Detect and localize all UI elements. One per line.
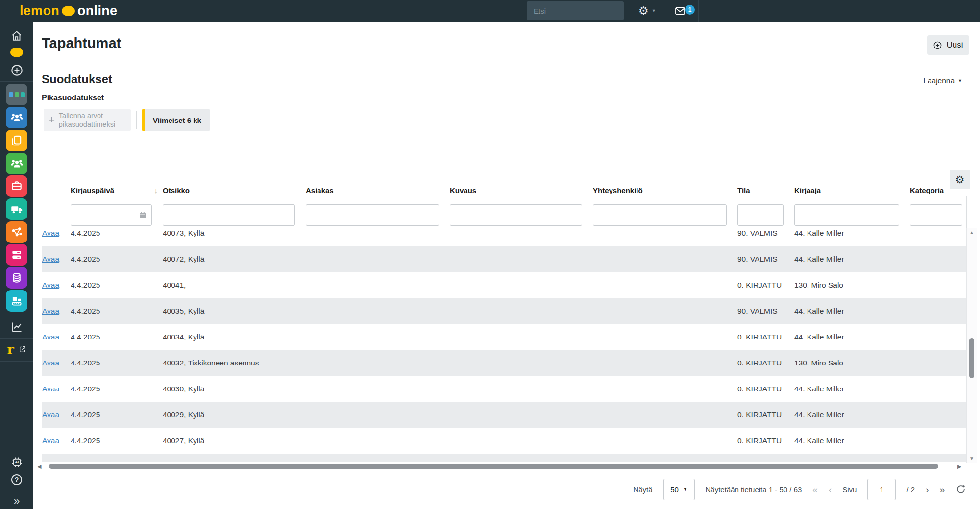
ai-chip-icon: AI	[10, 456, 24, 469]
sidebar-app-users-blue[interactable]	[0, 107, 33, 128]
filter-description-input[interactable]	[450, 204, 582, 226]
scroll-left-icon[interactable]: ◀	[37, 463, 41, 470]
column-header-link[interactable]: Kategoria	[910, 186, 944, 194]
last-page-button[interactable]: »	[939, 485, 945, 494]
filter-yhteyshenkilo	[593, 204, 737, 226]
sidebar-divider	[0, 316, 33, 316]
app-window: lemon online ⚙ ▼ 1 ▼	[0, 0, 980, 509]
sidebar-app-users-green[interactable]	[0, 153, 33, 174]
cell-status: 90. VALMIS	[737, 255, 794, 264]
cell-status: 0. KIRJATTU	[737, 436, 794, 445]
cell-title: 40034, Kyllä	[163, 333, 306, 341]
filter-customer-input[interactable]	[306, 204, 439, 226]
scroll-right-icon[interactable]: ▶	[957, 463, 961, 470]
filter-otsikko	[163, 204, 306, 226]
settings-menu-button[interactable]: ⚙ ▼	[638, 0, 656, 22]
sidebar-item-home[interactable]	[0, 27, 33, 44]
sidebar-app-finance[interactable]	[0, 267, 33, 289]
horizontal-scrollbar-thumb[interactable]	[49, 464, 938, 469]
scroll-down-icon[interactable]: ▼	[967, 456, 977, 461]
open-row-link[interactable]: Avaa	[42, 229, 71, 238]
sidebar-divider	[0, 491, 33, 491]
sidebar-app-servers[interactable]	[0, 244, 33, 266]
sidebar-app-products[interactable]	[0, 290, 33, 312]
open-row-link[interactable]: Avaa	[42, 333, 71, 341]
expand-label: Laajenna	[923, 76, 955, 85]
page-size-select[interactable]: 50 ▼	[663, 479, 695, 500]
cell-recorder: 44. Kalle Miller	[794, 229, 910, 238]
filters-heading: Suodatukset	[42, 73, 112, 86]
page-title: Tapahtumat	[42, 35, 121, 51]
refresh-button[interactable]	[956, 484, 966, 495]
sidebar-item-reports[interactable]	[0, 318, 33, 335]
sidebar-app-logistics[interactable]	[0, 198, 33, 220]
column-header-link[interactable]: Asiakas	[306, 186, 334, 194]
cell-date: 4.4.2025	[71, 229, 163, 238]
open-row-link[interactable]: Avaa	[42, 385, 71, 393]
plus-circle-icon	[933, 41, 942, 50]
column-header-link[interactable]: Otsikko	[163, 186, 190, 194]
column-header-link[interactable]: Yhteyshenkilö	[593, 186, 643, 194]
sidebar-item-help[interactable]: ?	[0, 471, 33, 488]
open-row-link[interactable]: Avaa	[42, 281, 71, 290]
filter-status-input[interactable]	[737, 204, 784, 226]
page-label: Sivu	[842, 485, 857, 494]
next-page-button[interactable]: ›	[926, 485, 929, 494]
page-number-input[interactable]	[867, 479, 896, 500]
open-row-link[interactable]: Avaa	[42, 411, 71, 419]
double-chevron-right-icon: »	[14, 495, 20, 508]
sidebar-app-active[interactable]	[0, 84, 33, 105]
table-row	[42, 454, 966, 462]
gear-icon: ⚙	[956, 174, 965, 185]
topbar-divider	[630, 0, 630, 22]
column-header-link[interactable]: Tila	[737, 186, 750, 194]
calendar-icon[interactable]	[138, 211, 147, 219]
documents-amber-icon	[6, 130, 27, 151]
search-input[interactable]	[527, 1, 624, 20]
chevron-down-icon: ▼	[958, 78, 962, 83]
cell-date: 4.4.2025	[71, 411, 163, 419]
svg-text:AI: AI	[15, 460, 19, 464]
filter-title-input[interactable]	[163, 204, 295, 226]
filter-recorder-input[interactable]	[794, 204, 899, 226]
cell-title: 40041,	[163, 281, 306, 290]
column-header-link[interactable]: Kuvaus	[450, 186, 476, 194]
quick-filter-last-6-months[interactable]: Viimeiset 6 kk	[142, 109, 210, 131]
cell-date: 4.4.2025	[71, 385, 163, 393]
cell-title: 40073, Kyllä	[163, 229, 306, 238]
mail-menu-button[interactable]: 1 ▼	[673, 0, 694, 22]
open-row-link[interactable]: Avaa	[42, 436, 71, 445]
filter-category-input[interactable]	[910, 204, 962, 226]
filter-contact-input[interactable]	[593, 204, 727, 226]
sidebar-app-network[interactable]	[0, 221, 33, 243]
sidebar-item-add[interactable]	[0, 63, 33, 77]
column-header-kirjaaja: Kirjaaja	[794, 186, 910, 194]
sort-desc-icon[interactable]: ↓	[154, 186, 158, 194]
new-event-button[interactable]: Uusi	[927, 35, 969, 55]
network-orange-icon	[6, 221, 27, 243]
truck-teal-icon	[6, 198, 27, 220]
sidebar-item-ai[interactable]: AI	[0, 454, 33, 470]
open-row-link[interactable]: Avaa	[42, 359, 71, 367]
sidebar-app-documents[interactable]	[0, 130, 33, 151]
horizontal-scrollbar[interactable]: ◀ ▶	[37, 463, 966, 470]
save-quick-filter-button[interactable]: + Tallenna arvot pikasuodattimeksi	[44, 109, 131, 131]
vertical-scrollbar[interactable]: ▲ ▼	[966, 228, 977, 463]
sidebar-item-lemon-dot[interactable]	[0, 46, 33, 59]
column-header-link[interactable]: Kirjauspäivä	[71, 186, 114, 194]
sidebar-app-toolbox[interactable]	[0, 175, 33, 197]
column-header-link[interactable]: Kirjaaja	[794, 186, 821, 194]
first-page-button[interactable]: «	[812, 485, 818, 494]
open-row-link[interactable]: Avaa	[42, 307, 71, 315]
column-open-spacer	[42, 186, 71, 194]
previous-page-button[interactable]: ‹	[829, 485, 832, 494]
filter-kategoria	[910, 204, 966, 226]
sidebar-expand-button[interactable]: »	[0, 494, 33, 509]
open-row-link[interactable]: Avaa	[42, 255, 71, 264]
users-blue-icon	[6, 107, 27, 128]
sidebar-item-external-app[interactable]: r	[0, 341, 33, 358]
vertical-scrollbar-thumb[interactable]	[969, 338, 974, 378]
column-header-asiakas: Asiakas	[306, 186, 450, 194]
expand-filters-link[interactable]: Laajenna ▼	[923, 76, 962, 85]
scroll-up-icon[interactable]: ▲	[967, 230, 977, 235]
